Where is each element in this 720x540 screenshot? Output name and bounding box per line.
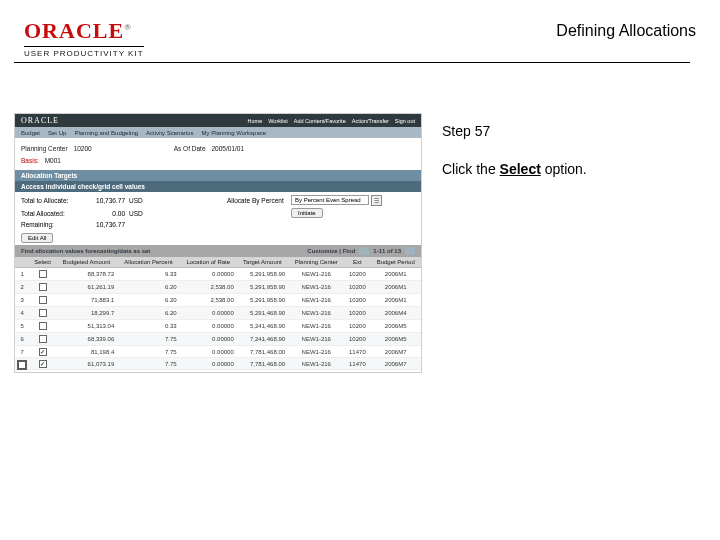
initiate-button[interactable]: Initiate xyxy=(291,208,323,218)
tab-setup[interactable]: Set Up xyxy=(48,130,66,136)
tab-planning[interactable]: Planning and Budgeting xyxy=(74,130,138,136)
step-text-post: option. xyxy=(541,161,587,177)
cell: NEW1-216 xyxy=(288,346,344,358)
total-allocated-label: Total Allocated: xyxy=(21,210,81,217)
select-checkbox[interactable] xyxy=(39,372,47,374)
cell: 61,073.19 xyxy=(56,358,118,370)
cell: 0.00000 xyxy=(180,358,237,370)
col-0 xyxy=(15,257,30,268)
tab-strip: Budget Set Up Planning and Budgeting Act… xyxy=(15,127,421,138)
cell: 7,781,468.00 xyxy=(237,358,288,370)
banner-allocation-targets: Allocation Targets xyxy=(15,170,421,181)
pager-prev-icon[interactable] xyxy=(359,247,369,255)
cell: NEW1-216 xyxy=(288,281,344,294)
logo: ORACLE® USER PRODUCTIVITY KIT xyxy=(24,18,144,58)
table-row: 551,313.040.330.000005,241,468.90NEW1-21… xyxy=(15,320,421,333)
cell xyxy=(30,370,56,374)
asof-value: 2005/01/01 xyxy=(212,145,245,152)
cell: 5,291,468.90 xyxy=(237,307,288,320)
col-3: Allocation Percent xyxy=(117,257,179,268)
brand-word: ORACLE® xyxy=(24,18,144,44)
tab-activity[interactable]: Activity Scenarios xyxy=(146,130,193,136)
cell: 10200 xyxy=(344,268,370,281)
app-bar: ORACLE Home Worklist Add Content/Favorit… xyxy=(15,114,421,127)
cell: 61,261.19 xyxy=(56,281,118,294)
cell: 2006M1 xyxy=(370,268,421,281)
step-text: Click the Select option. xyxy=(442,161,587,177)
brand-text: ORACLE xyxy=(24,18,124,43)
pager-next-icon[interactable] xyxy=(405,247,415,255)
select-checkbox[interactable] xyxy=(39,296,47,304)
cell: 18,299.7 xyxy=(56,307,118,320)
select-checkbox[interactable] xyxy=(39,309,47,317)
cell: 7,781,468.00 xyxy=(237,370,288,374)
section-tools[interactable]: Customize | Find xyxy=(307,248,355,254)
cell: NEW1-216 xyxy=(288,307,344,320)
step-text-pre: Click the xyxy=(442,161,500,177)
cell: NEW1-216 xyxy=(288,333,344,346)
nav-add[interactable]: Add Content/Favorite xyxy=(294,118,346,124)
screenshot-panel: ORACLE Home Worklist Add Content/Favorit… xyxy=(14,113,422,373)
cell: 2006M7 xyxy=(370,346,421,358)
cell: NEW1-216 xyxy=(288,358,344,370)
allocate-method-select[interactable]: By Percent Even Spread ☰ xyxy=(291,195,369,205)
tab-budget[interactable]: Budget xyxy=(21,130,40,136)
page-title: Defining Allocations xyxy=(556,18,696,40)
app-brand: ORACLE xyxy=(21,116,59,125)
cell: 9 xyxy=(15,370,30,374)
cell: 2006M7 xyxy=(370,358,421,370)
select-checkbox[interactable] xyxy=(39,348,47,356)
cell: 2006M1 xyxy=(370,281,421,294)
cell: 5,291,958.90 xyxy=(237,294,288,307)
cell: 11470 xyxy=(344,346,370,358)
nav-home[interactable]: Home xyxy=(248,118,263,124)
remaining-label: Remaining: xyxy=(21,221,81,228)
nav-action[interactable]: Action/Transfer xyxy=(352,118,389,124)
asof-label: As Of Date xyxy=(174,145,206,152)
cell xyxy=(30,268,56,281)
cell: 51,313.04 xyxy=(56,320,118,333)
usd-2: USD xyxy=(129,210,189,217)
select-option-button[interactable]: ☰ xyxy=(371,195,382,206)
cell: 7 xyxy=(15,346,30,358)
cell xyxy=(30,281,56,294)
cell: 5 xyxy=(15,320,30,333)
cell: 71,883.1 xyxy=(56,294,118,307)
col-2: Budgeted Amount xyxy=(56,257,118,268)
cell: 10200 xyxy=(344,320,370,333)
col-8: Budget Period xyxy=(370,257,421,268)
scroll-left-icon[interactable] xyxy=(17,360,27,370)
table-row: 781,198.47.750.000007,781,468.00NEW1-216… xyxy=(15,346,421,358)
cell: 6.20 xyxy=(117,281,179,294)
nav-signout[interactable]: Sign out xyxy=(395,118,415,124)
table-row: 261,261.196.202,538.005,291,958.90NEW1-2… xyxy=(15,281,421,294)
cell: 4 xyxy=(15,307,30,320)
method-label: Allocate By Percent xyxy=(227,197,287,204)
total-allocate-value: 10,736.77 xyxy=(85,197,125,204)
total-allocate-label: Total to Allocate: xyxy=(21,197,81,204)
banner-access-accounts: Access individual check/grid cell values xyxy=(15,181,421,192)
select-checkbox[interactable] xyxy=(39,322,47,330)
cell: 7,241,468.90 xyxy=(237,333,288,346)
select-checkbox[interactable] xyxy=(39,335,47,343)
nav-worklist[interactable]: Worklist xyxy=(268,118,287,124)
header-divider xyxy=(14,62,690,63)
step-label: Step 57 xyxy=(442,123,587,139)
brand-sub: USER PRODUCTIVITY KIT xyxy=(24,46,144,58)
select-checkbox[interactable] xyxy=(39,270,47,278)
table-row: 668,339.067.750.000007,241,468.90NEW1-21… xyxy=(15,333,421,346)
cell: 9.33 xyxy=(117,268,179,281)
step-text-emph: Select xyxy=(500,161,541,177)
cell: 7,781,468.00 xyxy=(237,346,288,358)
select-checkbox[interactable] xyxy=(39,283,47,291)
cell: 2006M1 xyxy=(370,294,421,307)
cell: 0.00000 xyxy=(180,346,237,358)
col-7: Ext xyxy=(344,257,370,268)
tab-workspace[interactable]: My Planning Workspace xyxy=(201,130,266,136)
section-label: Find allocation values forecasting/data … xyxy=(21,248,150,254)
table-row: 188,378.729.330.000005,291,958.90NEW1-21… xyxy=(15,268,421,281)
cell xyxy=(30,320,56,333)
cell: 5,241,468.90 xyxy=(237,320,288,333)
select-checkbox[interactable] xyxy=(39,360,47,368)
edit-all-button[interactable]: Edit All xyxy=(21,233,53,243)
